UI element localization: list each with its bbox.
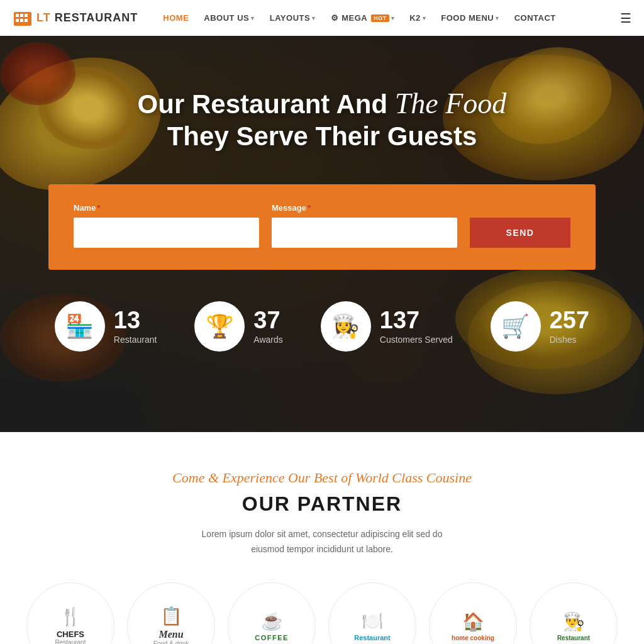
globe-icon: ⚙ bbox=[331, 13, 339, 23]
form-row: Name* Message* SEND bbox=[74, 203, 570, 248]
nav-item-contact[interactable]: CONTACT bbox=[508, 9, 562, 26]
message-required: * bbox=[308, 203, 311, 213]
stat-icon-customers: 👩‍🍳 bbox=[321, 301, 371, 352]
rest2-name: Restaurant bbox=[557, 635, 590, 641]
stat-item-dishes: 🛒 257 Dishes bbox=[491, 301, 589, 352]
svg-rect-3 bbox=[25, 14, 28, 17]
hero-title-cursive: The Food bbox=[395, 87, 507, 119]
chevron-down-icon: ▾ bbox=[391, 15, 395, 21]
svg-rect-6 bbox=[25, 19, 28, 22]
logo-icon bbox=[13, 8, 33, 28]
stat-number-restaurant: 13 bbox=[114, 308, 157, 332]
partner-logo-chefs[interactable]: 🍴 CHEFS Restaurant bbox=[26, 582, 114, 644]
stat-text-awards: 37 Awards bbox=[253, 308, 282, 345]
nav-item-about[interactable]: ABOUT US ▾ bbox=[197, 9, 260, 26]
navbar: LT RESTAURANT HOME ABOUT US ▾ LAYOUTS ▾ … bbox=[0, 0, 644, 36]
chevron-down-icon: ▾ bbox=[251, 15, 255, 21]
rest2-icon: 👨‍🍳 bbox=[563, 611, 585, 632]
partner-logo-restaurant[interactable]: 🍽️ Restaurant bbox=[328, 582, 416, 644]
nav-item-food-menu[interactable]: FOOD MENU ▾ bbox=[435, 9, 505, 26]
stat-item-restaurant: 🏪 13 Restaurant bbox=[55, 301, 157, 352]
hamburger-menu[interactable]: ☰ bbox=[620, 11, 631, 26]
partner-logo-menu[interactable]: 📋 Menu Food & drink bbox=[127, 582, 215, 644]
partner-logo-homecooking[interactable]: 🏠 home cooking bbox=[429, 582, 517, 644]
trophy-icon: 🏆 bbox=[206, 313, 234, 340]
nav-item-layouts[interactable]: LAYOUTS ▾ bbox=[264, 9, 322, 26]
stat-label-customers: Customers Served bbox=[380, 335, 453, 345]
partner-logo-rest2[interactable]: 👨‍🍳 Restaurant bbox=[530, 582, 618, 644]
stat-number-dishes: 257 bbox=[550, 308, 589, 332]
nav-links: HOME ABOUT US ▾ LAYOUTS ▾ ⚙ MEGA HOT ▾ K… bbox=[157, 9, 620, 26]
nav-item-mega[interactable]: ⚙ MEGA HOT ▾ bbox=[325, 9, 401, 26]
name-input[interactable] bbox=[74, 218, 259, 248]
stats-section: 🏪 13 Restaurant 🏆 37 Awards 👩‍🍳 137 Cust… bbox=[0, 270, 644, 377]
hero-content: Our Restaurant And The Food They Serve T… bbox=[138, 36, 507, 172]
chevron-down-icon: ▾ bbox=[312, 15, 316, 21]
chef-icon: 👩‍🍳 bbox=[331, 313, 360, 340]
stat-label-restaurant: Restaurant bbox=[114, 335, 157, 345]
menu-sub: Food & drink bbox=[153, 640, 189, 644]
hot-badge: HOT bbox=[371, 14, 389, 22]
stat-item-customers: 👩‍🍳 137 Customers Served bbox=[321, 301, 453, 352]
logo-text: LT RESTAURANT bbox=[36, 11, 138, 25]
stat-text-restaurant: 13 Restaurant bbox=[114, 308, 157, 345]
name-required: * bbox=[97, 203, 100, 213]
partner-section: Come & Experience Our Best of World Clas… bbox=[0, 432, 644, 644]
restaurant2-name: Restaurant bbox=[354, 634, 390, 641]
message-form-group: Message* bbox=[272, 203, 457, 248]
homecooking-name: home cooking bbox=[452, 635, 494, 641]
stat-text-customers: 137 Customers Served bbox=[380, 308, 453, 345]
name-label: Name* bbox=[74, 203, 259, 213]
partner-description: Lorem ipsum dolor sit amet, consectetur … bbox=[196, 527, 448, 557]
logo[interactable]: LT RESTAURANT bbox=[13, 8, 138, 28]
dishes-icon: 🛒 bbox=[501, 313, 530, 340]
message-label: Message* bbox=[272, 203, 457, 213]
partner-subtitle: Come & Experience Our Best of World Clas… bbox=[25, 470, 619, 486]
partner-title: OUR PARTNER bbox=[25, 492, 619, 516]
menu-icon: 📋 bbox=[160, 606, 182, 626]
restaurant-icon: 🏪 bbox=[65, 313, 94, 340]
homecooking-icon: 🏠 bbox=[462, 611, 484, 632]
stat-icon-awards: 🏆 bbox=[194, 301, 245, 352]
partner-logos: 🍴 CHEFS Restaurant 📋 Menu Food & drink ☕… bbox=[25, 582, 619, 644]
stat-text-dishes: 257 Dishes bbox=[550, 308, 589, 345]
send-button[interactable]: SEND bbox=[470, 218, 570, 248]
chefs-sub: Restaurant bbox=[55, 639, 86, 644]
name-form-group: Name* bbox=[74, 203, 259, 248]
nav-item-k2[interactable]: K2 ▾ bbox=[403, 9, 432, 26]
chefs-icon: 🍴 bbox=[60, 606, 82, 627]
hero-section: Our Restaurant And The Food They Serve T… bbox=[0, 36, 644, 432]
nav-item-home[interactable]: HOME bbox=[157, 9, 195, 26]
hero-title: Our Restaurant And The Food They Serve T… bbox=[138, 86, 507, 153]
svg-rect-5 bbox=[20, 19, 23, 22]
stat-label-awards: Awards bbox=[253, 335, 282, 345]
contact-form-section: Name* Message* SEND bbox=[48, 184, 596, 270]
chefs-name: CHEFS bbox=[57, 630, 84, 639]
coffee-icon: ☕ bbox=[261, 611, 283, 631]
stat-label-dishes: Dishes bbox=[550, 335, 589, 345]
food-deco-tomato bbox=[0, 42, 75, 105]
svg-rect-2 bbox=[20, 14, 23, 17]
svg-rect-4 bbox=[16, 19, 19, 22]
stat-number-customers: 137 bbox=[380, 308, 453, 332]
svg-rect-1 bbox=[16, 14, 19, 17]
stat-icon-restaurant: 🏪 bbox=[55, 301, 105, 352]
stat-number-awards: 37 bbox=[253, 308, 282, 332]
message-input[interactable] bbox=[272, 218, 457, 248]
chevron-down-icon: ▾ bbox=[423, 15, 426, 21]
stat-icon-dishes: 🛒 bbox=[491, 301, 541, 352]
partner-logo-coffee[interactable]: ☕ COFFEE bbox=[228, 582, 316, 644]
restaurant2-icon: 🍽️ bbox=[362, 611, 384, 631]
menu-name: Menu bbox=[158, 629, 183, 640]
chevron-down-icon: ▾ bbox=[496, 15, 499, 21]
coffee-name: COFFEE bbox=[255, 634, 289, 641]
stat-item-awards: 🏆 37 Awards bbox=[194, 301, 282, 352]
